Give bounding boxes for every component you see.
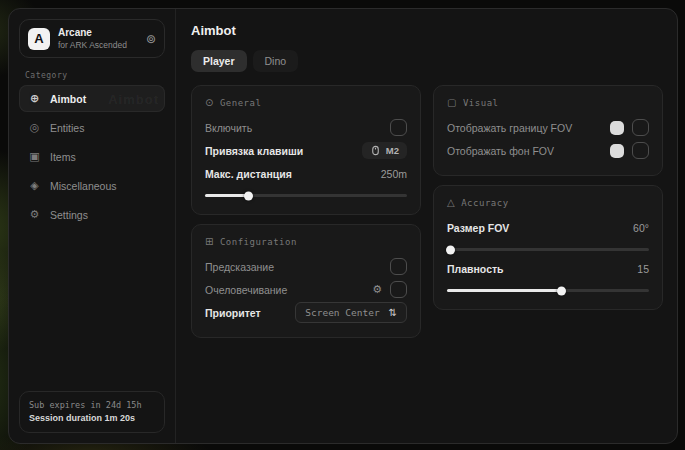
visual-card: ▢ Visual Отображать границу FOV Отобража…	[433, 85, 663, 176]
smoothness-slider[interactable]	[447, 289, 649, 292]
keybind-button[interactable]: M2	[362, 142, 407, 159]
fov-size-value: 60°	[633, 222, 649, 234]
aimbot-watermark: Aimbot	[108, 91, 159, 106]
page-title: Aimbot	[191, 23, 663, 38]
slider-thumb[interactable]	[244, 191, 253, 200]
keybind-label: Привязка клавиши	[205, 145, 303, 157]
smoothness-row: Плавность 15	[447, 257, 649, 280]
fov-bg-row: Отображать фон FOV	[447, 139, 649, 162]
sidebar-item-aimbot[interactable]: ⊕ Aimbot Aimbot	[19, 85, 165, 112]
keybind-value: M2	[386, 145, 399, 156]
scan-icon: ◎	[28, 121, 41, 134]
smoothness-value: 15	[637, 263, 649, 275]
visual-card-title: Visual	[463, 98, 499, 108]
enable-row: Включить	[205, 116, 407, 139]
main-panel: Aimbot Player Dino ⊙ General Включить	[176, 9, 677, 443]
max-distance-row: Макс. дистанция 250m	[205, 162, 407, 185]
slider-thumb[interactable]	[446, 245, 455, 254]
max-distance-slider[interactable]	[205, 194, 407, 197]
general-card-title: General	[220, 98, 261, 108]
sidebar-item-items[interactable]: ▣ Items	[19, 143, 165, 170]
smoothness-label: Плавность	[447, 263, 504, 275]
sidebar: A Arcane for ARK Ascended ⊚ Category ⊕ A…	[9, 9, 176, 443]
cheat-menu-window: A Arcane for ARK Ascended ⊚ Category ⊕ A…	[8, 8, 678, 444]
sidebar-item-label: Entities	[50, 122, 84, 134]
humanize-row: Очеловечивание ⚙	[205, 278, 407, 301]
visual-icon: ▢	[447, 97, 457, 108]
fov-bg-label: Отображать фон FOV	[447, 145, 554, 157]
fov-size-slider[interactable]	[447, 248, 649, 251]
prediction-row: Предсказание	[205, 255, 407, 278]
session-info-card: Sub expires in 24d 15h Session duration …	[19, 391, 165, 433]
enable-label: Включить	[205, 122, 252, 134]
general-card: ⊙ General Включить Привязка клавиши M2	[191, 85, 421, 215]
slider-thumb[interactable]	[557, 286, 566, 295]
brand-card: A Arcane for ARK Ascended ⊚	[19, 19, 165, 58]
humanize-checkbox[interactable]	[390, 281, 407, 298]
priority-dropdown[interactable]: Screen Center ⇅	[295, 302, 407, 323]
accuracy-icon: △	[447, 197, 455, 208]
sidebar-item-miscellaneous[interactable]: ◈ Miscellaneous	[19, 172, 165, 199]
sidebar-item-label: Aimbot	[50, 93, 86, 105]
max-distance-label: Макс. дистанция	[205, 168, 292, 180]
mouse-icon	[370, 145, 381, 156]
general-icon: ⊙	[205, 97, 214, 108]
enable-checkbox[interactable]	[390, 119, 407, 136]
fov-size-label: Размер FOV	[447, 222, 509, 234]
prediction-checkbox[interactable]	[390, 258, 407, 275]
category-label: Category	[25, 71, 159, 80]
fov-bg-checkbox[interactable]	[632, 142, 649, 159]
fov-border-checkbox[interactable]	[632, 119, 649, 136]
brand-title: Arcane	[58, 27, 138, 40]
max-distance-value: 250m	[381, 168, 407, 180]
priority-row: Приоритет Screen Center ⇅	[205, 301, 407, 324]
sidebar-item-label: Items	[50, 151, 76, 163]
fov-border-row: Отображать границу FOV	[447, 116, 649, 139]
box-icon: ▣	[28, 150, 41, 163]
prediction-label: Предсказание	[205, 261, 274, 273]
sidebar-nav: ⊕ Aimbot Aimbot ◎ Entities ▣ Items ◈ Mis…	[19, 85, 165, 228]
sidebar-item-label: Miscellaneous	[50, 180, 117, 192]
brand-logo: A	[28, 28, 50, 50]
fov-bg-color-swatch[interactable]	[610, 144, 624, 158]
sidebar-item-entities[interactable]: ◎ Entities	[19, 114, 165, 141]
crosshair-icon: ⊕	[28, 92, 41, 105]
priority-value: Screen Center	[305, 307, 379, 318]
sidebar-item-settings[interactable]: ⚙ Settings	[19, 201, 165, 228]
accuracy-card: △ Accuracy Размер FOV 60° Плавность	[433, 185, 663, 310]
configuration-icon: ⊞	[205, 236, 214, 247]
priority-label: Приоритет	[205, 307, 261, 319]
misc-icon: ◈	[28, 179, 41, 192]
tab-bar: Player Dino	[191, 50, 663, 72]
cards-grid: ⊙ General Включить Привязка клавиши M2	[191, 85, 663, 338]
brand-subtitle: for ARK Ascended	[58, 40, 138, 51]
target-icon[interactable]: ⊚	[146, 32, 156, 46]
fov-border-color-swatch[interactable]	[610, 121, 624, 135]
gear-icon: ⚙	[28, 208, 41, 221]
tab-dino[interactable]: Dino	[253, 50, 299, 72]
humanize-settings-icon[interactable]: ⚙	[372, 283, 382, 296]
fov-border-label: Отображать границу FOV	[447, 122, 572, 134]
sidebar-item-label: Settings	[50, 209, 88, 221]
accuracy-card-title: Accuracy	[461, 198, 508, 208]
configuration-card: ⊞ Configuration Предсказание Очеловечива…	[191, 224, 421, 338]
humanize-label: Очеловечивание	[205, 284, 287, 296]
tab-player[interactable]: Player	[191, 50, 247, 72]
keybind-row: Привязка клавиши M2	[205, 139, 407, 162]
sub-expiry-text: Sub expires in 24d 15h	[29, 399, 155, 412]
fov-size-row: Размер FOV 60°	[447, 216, 649, 239]
configuration-card-title: Configuration	[220, 237, 297, 247]
session-duration-text: Session duration 1m 20s	[29, 412, 155, 426]
unfold-icon: ⇅	[389, 307, 397, 318]
